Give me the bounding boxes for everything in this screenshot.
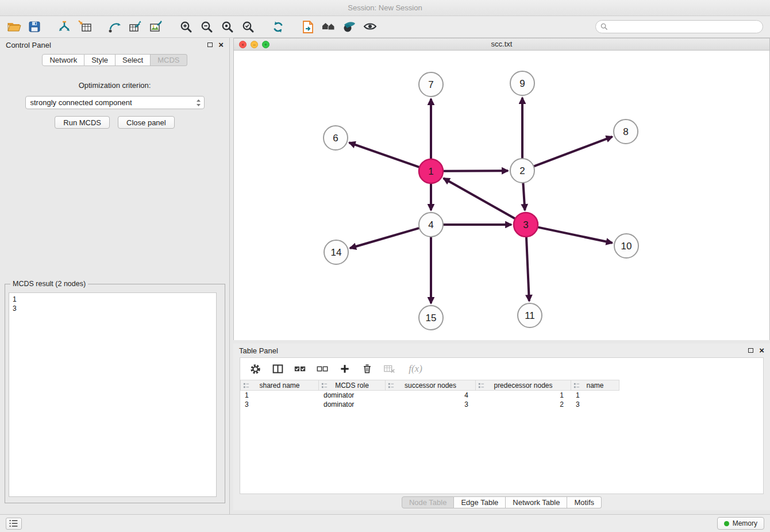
float-panel-icon[interactable] (207, 43, 213, 47)
graph-node-4[interactable]: 4 (419, 213, 443, 237)
optimization-dropdown[interactable]: strongly connected component (25, 96, 205, 109)
table-row[interactable]: 3dominator323 (240, 400, 763, 409)
show-columns-button[interactable] (271, 362, 284, 376)
export-image-icon (149, 20, 163, 34)
plus-icon (339, 363, 351, 375)
column-header-successor-nodes[interactable]: successor nodes (386, 380, 476, 391)
graph-edge-4-14[interactable] (350, 228, 419, 248)
network-canvas[interactable]: 7968124314101511 (234, 51, 769, 340)
control-panel: Control Panel × NetworkStyleSelectMCDS O… (0, 38, 230, 514)
clear-table-button[interactable] (383, 362, 396, 376)
run-mcds-button[interactable]: Run MCDS (55, 116, 110, 129)
graph-node-14[interactable]: 14 (324, 240, 348, 264)
column-header-shared-name[interactable]: shared name (240, 380, 319, 391)
tab-style[interactable]: Style (84, 54, 116, 66)
tab-network-table[interactable]: Network Table (506, 496, 567, 508)
control-panel-header: Control Panel × (0, 38, 229, 52)
table-settings-button[interactable] (248, 362, 262, 376)
import-network-button[interactable] (54, 18, 75, 36)
open-session-button[interactable] (3, 18, 24, 36)
export-image-button[interactable] (146, 18, 167, 36)
graph-node-6[interactable]: 6 (324, 126, 348, 150)
network-window-titlebar[interactable]: × − + scc.txt (234, 38, 769, 51)
unselect-all-columns-button[interactable] (315, 362, 329, 376)
table-cell: 3 (571, 400, 619, 409)
close-window-button[interactable]: × (239, 41, 247, 48)
zoom-window-button[interactable]: + (262, 41, 270, 48)
graph-node-11[interactable]: 11 (518, 303, 542, 327)
eye-icon (363, 20, 378, 34)
graph-node-8[interactable]: 8 (614, 119, 638, 144)
table-header-row: shared nameMCDS rolesuccessor nodesprede… (240, 380, 763, 391)
export-table-button[interactable] (125, 18, 146, 36)
column-header-MCDS-role[interactable]: MCDS role (319, 380, 386, 391)
tab-select[interactable]: Select (116, 54, 151, 66)
sort-icon (321, 383, 328, 389)
memory-status-dot (724, 521, 729, 526)
graph-node-15[interactable]: 15 (419, 306, 443, 330)
graph-edge-1-2[interactable] (443, 171, 508, 171)
close-panel-icon[interactable]: × (218, 41, 224, 49)
task-history-button[interactable] (6, 518, 22, 530)
graph-edge-3-1[interactable] (444, 178, 515, 218)
zoom-selected-button[interactable] (238, 18, 259, 36)
sort-icon (243, 383, 249, 389)
toggle-graphics-details-button[interactable] (360, 18, 380, 36)
refresh-layout-icon (271, 20, 285, 34)
svg-text:10: 10 (621, 241, 632, 252)
svg-text:1: 1 (428, 166, 433, 177)
list-icon (9, 519, 19, 528)
tab-mcds[interactable]: MCDS (151, 54, 187, 66)
graph-edge-2-8[interactable] (534, 137, 613, 167)
graph-node-2[interactable]: 2 (510, 159, 534, 183)
zoom-in-button[interactable] (176, 18, 197, 36)
export-network-button[interactable] (105, 18, 125, 36)
float-table-panel-icon[interactable] (748, 348, 753, 353)
import-table-button[interactable] (75, 18, 95, 36)
column-header-name[interactable]: name (571, 380, 619, 391)
document-actions-button[interactable] (298, 18, 318, 36)
tab-edge-table[interactable]: Edge Table (454, 496, 506, 508)
close-table-panel-icon[interactable]: × (759, 346, 764, 354)
toolbar-search[interactable] (595, 20, 763, 33)
tab-motifs[interactable]: Motifs (567, 496, 602, 508)
graph-node-9[interactable]: 9 (510, 71, 534, 95)
select-all-columns-button[interactable] (293, 362, 307, 376)
tab-network[interactable]: Network (42, 54, 84, 66)
nested-networks-button[interactable] (318, 18, 339, 36)
graph-edge-3-11[interactable] (526, 237, 529, 301)
graph-edge-3-10[interactable] (538, 227, 613, 242)
apply-layout-button[interactable] (268, 18, 288, 36)
zoom-out-button[interactable] (197, 18, 217, 36)
zoom-out-icon (200, 20, 214, 34)
svg-text:7: 7 (428, 79, 433, 90)
save-session-button[interactable] (24, 18, 45, 36)
graph-node-7[interactable]: 7 (419, 72, 443, 97)
svg-text:6: 6 (333, 133, 338, 144)
table-row[interactable]: 1dominator411 (240, 391, 763, 400)
minimize-window-button[interactable]: − (251, 41, 258, 48)
window-titlebar[interactable]: Session: New Session (0, 0, 770, 16)
memory-button[interactable]: Memory (717, 517, 764, 530)
column-header-predecessor-nodes[interactable]: predecessor nodes (476, 380, 571, 391)
apply-style-button[interactable] (339, 18, 360, 36)
graph-node-10[interactable]: 10 (614, 234, 638, 258)
delete-column-button[interactable] (360, 362, 374, 376)
graph-node-3[interactable]: 3 (514, 213, 538, 237)
houses-icon (321, 20, 336, 34)
graph-node-1[interactable]: 1 (419, 159, 443, 183)
zoom-fit-button[interactable] (217, 18, 238, 36)
tab-node-table[interactable]: Node Table (402, 496, 455, 508)
control-panel-title: Control Panel (6, 41, 51, 49)
table-header-filler (619, 380, 763, 391)
graph-edge-2-3[interactable] (523, 183, 525, 210)
table-cell: 1 (476, 391, 571, 400)
graph-edge-1-6[interactable] (349, 142, 420, 167)
search-input[interactable] (610, 23, 758, 31)
close-panel-button[interactable]: Close panel (118, 116, 175, 129)
function-builder-button[interactable]: f(x) (405, 362, 426, 376)
create-column-button[interactable] (338, 362, 352, 376)
table-cell: 1 (571, 391, 619, 400)
mcds-result-list[interactable]: 13 (9, 292, 217, 497)
zoom-in-icon (179, 20, 193, 34)
